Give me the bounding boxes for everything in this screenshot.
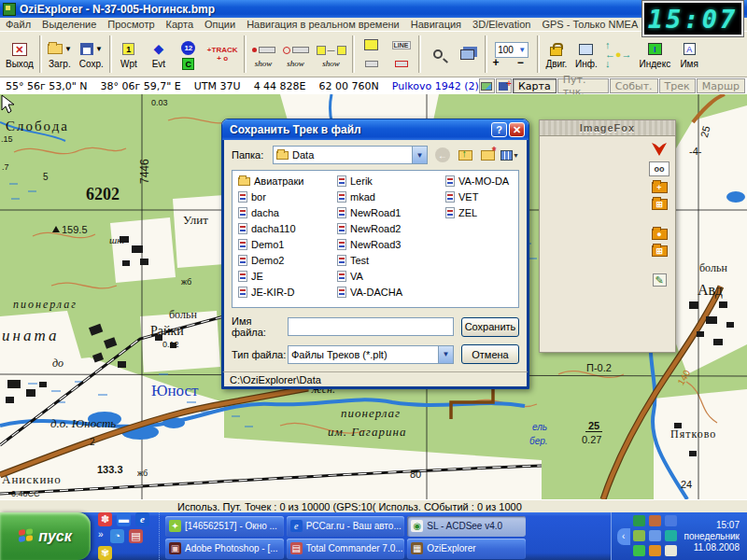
up-button[interactable] xyxy=(456,146,474,164)
list-item[interactable]: Demo2 xyxy=(238,254,303,267)
messenger-icon[interactable]: ▬ xyxy=(117,512,131,526)
windows-button[interactable] xyxy=(453,34,483,75)
help-button[interactable]: ? xyxy=(491,122,507,137)
list-item[interactable]: Test xyxy=(337,254,402,267)
tray-icon[interactable] xyxy=(665,515,677,526)
name-search-button[interactable]: A Имя xyxy=(674,34,704,75)
point-comment-button[interactable]: 12 C xyxy=(174,34,204,75)
list-item[interactable]: ZEL xyxy=(445,206,509,219)
tray-icon[interactable] xyxy=(649,530,661,541)
list-item[interactable]: NewRoad1 xyxy=(337,206,402,219)
list-item[interactable]: bor xyxy=(238,190,303,203)
tray-icon[interactable] xyxy=(649,515,661,526)
list-item[interactable]: mkad xyxy=(337,190,402,203)
waypoint-button[interactable]: 1 Wpt xyxy=(114,34,144,75)
window-titlebar[interactable]: OziExplorer - N-37-005-Ногинск.bmp xyxy=(0,0,747,18)
menu-navigation[interactable]: Навигация xyxy=(405,19,467,30)
show-route-button[interactable]: — show xyxy=(313,34,350,75)
oo-button[interactable]: oo xyxy=(649,161,669,176)
task-oziexplorer[interactable]: ▦ OziExplorer xyxy=(407,539,526,559)
task-total-commander[interactable]: ▤ Total Commander 7.0... xyxy=(287,539,405,559)
total-commander-quick-icon[interactable]: ▤ xyxy=(129,529,143,543)
task-photoshop[interactable]: ▣ Adobe Photoshop - [... xyxy=(165,539,284,559)
tray-icon[interactable] xyxy=(633,515,645,526)
info-button[interactable]: Инф. xyxy=(571,34,601,75)
track-button[interactable]: +TRACK + o xyxy=(204,34,242,75)
internet-explorer-icon[interactable]: e xyxy=(135,512,149,526)
tray-icon[interactable] xyxy=(649,545,661,556)
tray-clock-icon[interactable] xyxy=(665,545,677,556)
tray-icon[interactable] xyxy=(633,545,645,556)
add-image-icon[interactable]: ⊞ xyxy=(652,199,668,210)
save-position-button[interactable] xyxy=(496,78,512,93)
menu-realtime-nav[interactable]: Навигация в реальном времени xyxy=(241,19,405,30)
menu-selection[interactable]: Выделение xyxy=(36,19,102,30)
tab-track[interactable]: Трек xyxy=(659,78,696,93)
task-pccar[interactable]: e PCCar.ru - Ваш авто... xyxy=(287,516,405,537)
list-item[interactable]: JE-KIR-D xyxy=(238,286,303,299)
zoom-select[interactable]: 100▼ xyxy=(495,42,529,58)
tray-icon[interactable] xyxy=(665,530,677,541)
list-item[interactable]: NewRoad2 xyxy=(337,222,402,235)
tab-events[interactable]: Событ. xyxy=(610,78,658,93)
map-image-button[interactable] xyxy=(479,78,495,93)
start-button[interactable]: пуск xyxy=(0,512,91,560)
save-button[interactable]: ▼ Сохр. xyxy=(76,34,107,75)
flower-icon[interactable]: ✾ xyxy=(98,546,112,560)
add-folder-icon[interactable]: + xyxy=(652,182,668,193)
task-acdsee[interactable]: ◉ SL - ACDSee v4.0 xyxy=(407,516,526,537)
menu-view[interactable]: Просмотр xyxy=(102,19,160,30)
filename-input[interactable] xyxy=(288,317,454,336)
tab-route[interactable]: Маршр xyxy=(697,78,745,93)
tray-chevron-icon[interactable]: ‹ xyxy=(617,528,630,545)
browser-icon[interactable]: ◔ xyxy=(110,529,124,543)
list-item[interactable]: VET xyxy=(445,190,509,203)
show-points-button[interactable]: show xyxy=(279,34,313,75)
list-item[interactable]: dacha110 xyxy=(238,222,303,235)
tab-map[interactable]: Карта xyxy=(513,78,557,93)
back-button[interactable]: ← xyxy=(433,146,452,164)
zoom-in-out-buttons[interactable]: + − xyxy=(493,58,531,67)
exit-button[interactable]: ✕ Выход xyxy=(2,34,37,75)
folder-select[interactable]: Data ▼ xyxy=(273,146,428,164)
magnifier-button[interactable] xyxy=(423,34,453,75)
camera-folder-icon[interactable]: ● xyxy=(652,229,668,240)
menu-map[interactable]: Карта xyxy=(161,19,199,30)
view-menu-button[interactable]: ▼ xyxy=(500,146,519,164)
show-track-button[interactable]: show xyxy=(248,34,279,75)
list-item[interactable]: dacha xyxy=(238,206,303,219)
list-item[interactable]: Lerik xyxy=(337,175,402,188)
menu-file[interactable]: Файл xyxy=(0,19,36,30)
list-item[interactable]: VA-MO-DA xyxy=(445,175,509,188)
list-item[interactable]: Авиатраки xyxy=(238,175,303,188)
map-canvas[interactable]: Слобода 0.03 6202 7446 159.5 шк. Улит жб… xyxy=(0,94,747,499)
nav-pad[interactable]: ↑ ←●→ ↓ xyxy=(601,34,636,75)
datum-label[interactable]: Pulkovo 1942 (2) xyxy=(392,80,479,92)
list-item[interactable]: VA-DACHA xyxy=(337,286,402,299)
filetype-select[interactable]: Файлы Треков (*.plt) ▼ xyxy=(288,345,454,364)
tray-icon[interactable] xyxy=(633,530,645,541)
list-item[interactable]: VA xyxy=(337,270,402,283)
tray-clock[interactable]: 15:07 понедельник 11.08.2008 xyxy=(684,520,743,553)
icq-icon[interactable]: ✽ xyxy=(98,512,112,526)
close-button[interactable]: ✕ xyxy=(509,122,525,137)
move-lock-button[interactable]: Двиг. xyxy=(542,34,571,75)
event-button[interactable]: ◆ Evt xyxy=(144,34,174,75)
line-tool-button[interactable]: LINE xyxy=(387,34,416,75)
chevron-right-icon[interactable]: » xyxy=(98,529,106,543)
imagefox-titlebar[interactable]: ImageFox xyxy=(540,120,675,136)
dialog-titlebar[interactable]: Сохранить Трек в файл ? ✕ xyxy=(222,119,529,140)
task-icq-window[interactable]: ✦ [146562517] - Окно ... xyxy=(165,516,284,537)
tab-waypoints[interactable]: Пут. тчк. xyxy=(557,78,609,93)
file-list[interactable]: Авиатраки bor dacha dacha110 Demo1 Demo2… xyxy=(232,170,519,308)
menu-3d-elevation[interactable]: 3D/Elevation xyxy=(467,19,536,30)
menu-gps-nmea[interactable]: GPS - Только NMEA xyxy=(536,19,643,30)
list-item[interactable]: NewRoad3 xyxy=(337,238,402,251)
add-camera-icon[interactable]: ⊞ xyxy=(652,245,668,257)
cancel-button[interactable]: Отмена xyxy=(461,344,519,364)
map-window-button[interactable] xyxy=(357,34,387,75)
menu-options[interactable]: Опции xyxy=(199,19,241,30)
index-button[interactable]: I Индекс xyxy=(636,34,675,75)
load-button[interactable]: ▼ Загр. xyxy=(44,34,76,75)
edit-icon[interactable]: ✎ xyxy=(653,273,667,287)
